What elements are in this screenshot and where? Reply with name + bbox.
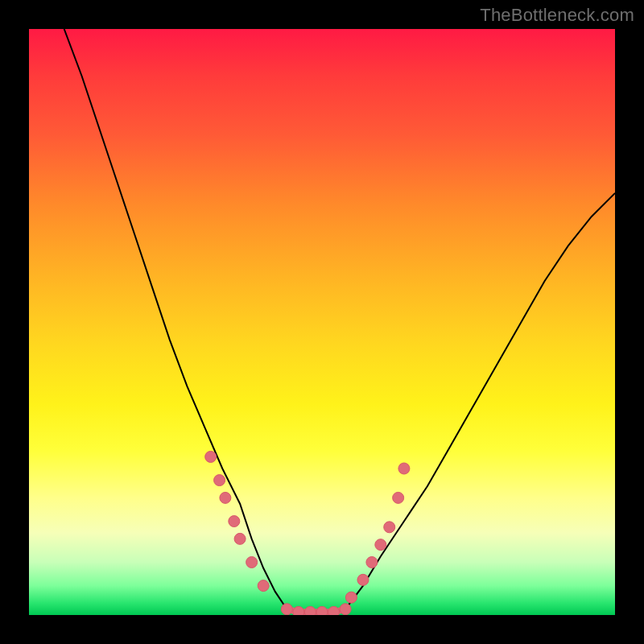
marker-floor bbox=[340, 604, 351, 615]
marker-left bbox=[220, 492, 231, 503]
marker-right bbox=[398, 463, 410, 474]
marker-floor bbox=[304, 606, 316, 615]
marker-left bbox=[246, 556, 258, 568]
marker-right bbox=[366, 556, 378, 568]
marker-right bbox=[375, 539, 386, 551]
marker-left bbox=[234, 533, 246, 544]
chart-frame: TheBottleneck.com bbox=[0, 0, 644, 644]
marker-left bbox=[258, 580, 269, 592]
plot-area bbox=[29, 29, 615, 615]
marker-right bbox=[384, 522, 395, 533]
marker-right bbox=[345, 592, 357, 603]
marker-left bbox=[205, 451, 217, 462]
marker-floor bbox=[328, 606, 340, 615]
marker-floor bbox=[281, 604, 292, 615]
bottleneck-curve bbox=[64, 29, 615, 615]
marker-left bbox=[214, 475, 225, 486]
chart-svg bbox=[29, 29, 615, 615]
marker-floor bbox=[293, 606, 304, 615]
marker-right bbox=[393, 492, 404, 503]
marker-left bbox=[229, 516, 240, 527]
watermark-text: TheBottleneck.com bbox=[480, 5, 634, 26]
marker-floor bbox=[316, 606, 328, 615]
marker-right bbox=[357, 574, 369, 585]
